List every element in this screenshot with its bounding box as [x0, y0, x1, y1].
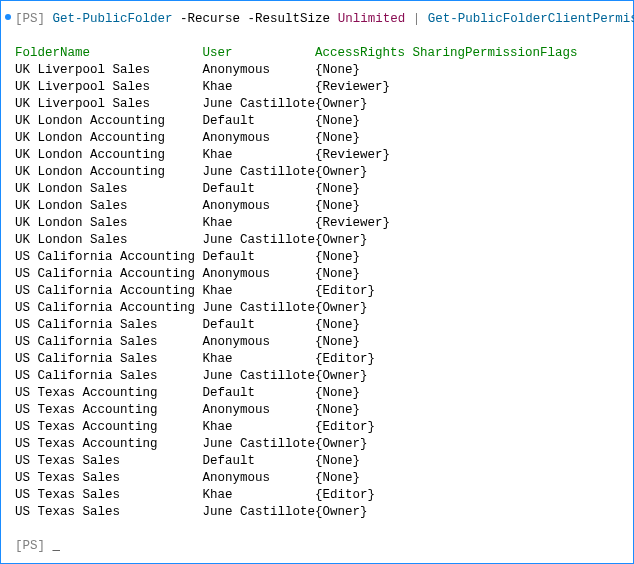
table-row: UK London Sales Khae {Reviewer} [15, 215, 619, 232]
table-row: US Texas Sales June Castillote{Owner} [15, 504, 619, 521]
table-row: UK London Accounting June Castillote{Own… [15, 164, 619, 181]
table-row: US Texas Accounting Default {None} [15, 385, 619, 402]
table-row: US Texas Sales Anonymous {None} [15, 470, 619, 487]
args-1: -Recurse -ResultSize [180, 12, 330, 26]
table-row: UK London Accounting Anonymous {None} [15, 130, 619, 147]
table-row: US Texas Accounting Anonymous {None} [15, 402, 619, 419]
command-line: [PS] Get-PublicFolder -Recurse -ResultSi… [15, 11, 619, 28]
prompt-label: [PS] [15, 12, 45, 26]
pipe-operator: | [413, 12, 421, 26]
cmdlet-1: Get-PublicFolder [53, 12, 173, 26]
table-row: UK London Sales June Castillote{Owner} [15, 232, 619, 249]
table-row: UK Liverpool Sales Khae {Reviewer} [15, 79, 619, 96]
table-row: US California Sales Default {None} [15, 317, 619, 334]
table-body: UK Liverpool Sales Anonymous {None}UK Li… [15, 62, 619, 521]
table-row: UK London Sales Anonymous {None} [15, 198, 619, 215]
table-row: US Texas Sales Default {None} [15, 453, 619, 470]
table-row: US Texas Sales Khae {Editor} [15, 487, 619, 504]
cursor-icon: _ [53, 539, 61, 553]
table-row: UK Liverpool Sales June Castillote{Owner… [15, 96, 619, 113]
terminal-window[interactable]: [PS] Get-PublicFolder -Recurse -ResultSi… [0, 0, 634, 564]
status-dot-icon [5, 14, 11, 20]
table-row: UK London Accounting Default {None} [15, 113, 619, 130]
table-row: UK London Sales Default {None} [15, 181, 619, 198]
table-row: US California Sales Khae {Editor} [15, 351, 619, 368]
table-row: US California Accounting June Castillote… [15, 300, 619, 317]
arg-value: Unlimited [338, 12, 406, 26]
cmdlet-2: Get-PublicFolderClientPermission [428, 12, 634, 26]
table-header: FolderName User AccessRights SharingPerm… [15, 45, 619, 62]
table-row: UK London Accounting Khae {Reviewer} [15, 147, 619, 164]
table-row: US California Sales June Castillote{Owne… [15, 368, 619, 385]
table-row: US Texas Accounting June Castillote{Owne… [15, 436, 619, 453]
table-row: US California Sales Anonymous {None} [15, 334, 619, 351]
table-row: US California Accounting Default {None} [15, 249, 619, 266]
table-row: US California Accounting Khae {Editor} [15, 283, 619, 300]
table-row: US California Accounting Anonymous {None… [15, 266, 619, 283]
table-row: US Texas Accounting Khae {Editor} [15, 419, 619, 436]
prompt-line[interactable]: [PS] _ [15, 538, 619, 555]
prompt-label-2: [PS] [15, 539, 45, 553]
table-row: UK Liverpool Sales Anonymous {None} [15, 62, 619, 79]
